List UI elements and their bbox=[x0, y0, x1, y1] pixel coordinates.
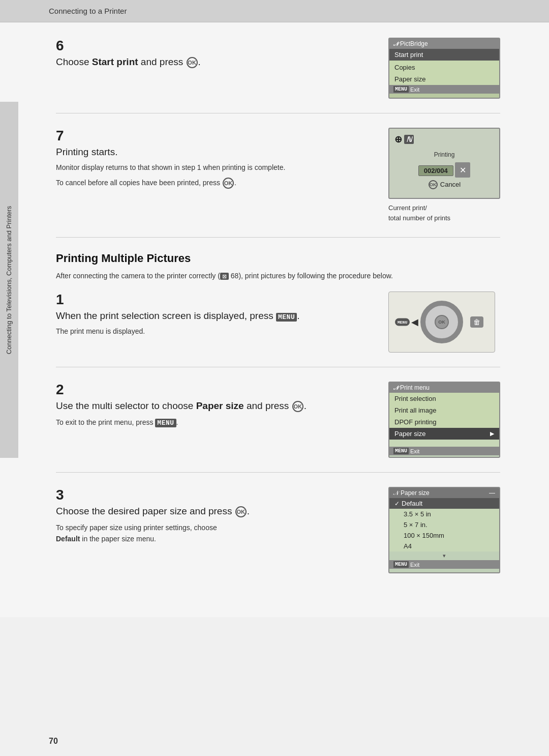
lcd-paper-size-2: Paper size ▶ bbox=[389, 428, 499, 440]
lcd-print-selection: Print selection bbox=[389, 393, 499, 404]
step-7-title: Printing starts. bbox=[56, 146, 373, 159]
dpad-area: MENU OK ◀ 🗑 bbox=[420, 301, 463, 343]
caption1: Current print/ bbox=[388, 204, 427, 212]
lcd-print-menu-title: 𝒩 Print menu bbox=[389, 383, 499, 393]
section-step-3-screen: 𝒩 Paper size — ✓ Default 3.5 × 5 in 5 × … bbox=[388, 487, 500, 573]
exit-label-3: Exit bbox=[410, 562, 419, 568]
camera-icon: ℕ bbox=[404, 135, 414, 144]
pictbridge-title-text: PictBridge bbox=[400, 40, 428, 47]
screen-caption: Current print/ total number of prints bbox=[388, 203, 500, 223]
ok-button-icon-7: OK bbox=[223, 178, 234, 189]
ok-button-icon-3: OK bbox=[235, 506, 247, 517]
check-default: ✓ bbox=[394, 500, 400, 507]
main-content: 6 Choose Start print and press OK. 𝒩 Pic… bbox=[0, 22, 549, 617]
section-step-1-subtitle: The print menu is displayed. bbox=[56, 326, 373, 337]
lcd-footer-2: MENU Exit bbox=[389, 447, 499, 455]
paper-title-dash: — bbox=[489, 489, 495, 497]
section-step-2-body: To exit to the print menu, press MENU. bbox=[56, 417, 373, 429]
step-6-number: 6 bbox=[56, 38, 64, 54]
step3-body2-suffix: in the paper size menu. bbox=[80, 535, 156, 543]
step3-body2-bold: Default bbox=[56, 535, 80, 543]
menu-btn-label: MENU bbox=[395, 318, 410, 326]
section-step-2-left: 2 Use the multi selector to choose Paper… bbox=[56, 382, 388, 428]
lcd-item-paper-size-6: Paper size bbox=[389, 73, 499, 85]
header-text: Connecting to a Printer bbox=[49, 7, 127, 15]
section-step-3-number: 3 bbox=[56, 487, 64, 503]
lcd-a4: A4 bbox=[389, 541, 499, 551]
section-step-1-screen: MENU OK ◀ 🗑 bbox=[388, 292, 500, 353]
lcd-5x7: 5 × 7 in. bbox=[389, 519, 499, 530]
section-step-3-left: 3 Choose the desired paper size and pres… bbox=[56, 487, 388, 544]
step-7-body1: Monitor display returns to that shown in… bbox=[56, 162, 373, 173]
section-step-2-screen: 𝒩 Print menu Print selection Print all i… bbox=[388, 382, 500, 458]
section-step-3-body: To specify paper size using printer sett… bbox=[56, 522, 373, 545]
caption2: total number of prints bbox=[388, 214, 450, 222]
nikon-icon-2: 𝒩 bbox=[393, 385, 398, 391]
menu-keyword-2: MENU bbox=[155, 419, 176, 427]
ok-button-icon-6: OK bbox=[187, 57, 198, 68]
step2-title-suffix: and press bbox=[244, 400, 289, 411]
lcd-footer-6: MENU Exit bbox=[389, 85, 499, 94]
section-step-3-title: Choose the desired paper size and press … bbox=[56, 505, 373, 518]
nikon-icon-3: 𝒩 bbox=[393, 489, 399, 497]
ok-cancel-icon: OK bbox=[429, 180, 438, 189]
top-icons: ⊕ ℕ bbox=[394, 134, 494, 145]
step3-title-text: Choose the desired paper size and press bbox=[56, 506, 232, 516]
step-7-body2: To cancel before all copies have been pr… bbox=[56, 177, 373, 189]
sidebar-label: Connecting to Televisions, Computers and… bbox=[0, 102, 18, 458]
dpad-center: OK bbox=[435, 315, 449, 329]
lcd-dpof: DPOF printing bbox=[389, 416, 499, 428]
step1-title-text: When the print selection screen is displ… bbox=[56, 310, 273, 321]
dpad-ring: OK bbox=[420, 301, 463, 343]
step-6-title-bold: Start print bbox=[92, 56, 138, 67]
cancel-label: Cancel bbox=[440, 181, 461, 188]
lcd-item-start-print: Start print bbox=[389, 49, 499, 61]
menu-keyword-1: MENU bbox=[276, 313, 297, 322]
step-6-left: 6 Choose Start print and press OK. bbox=[56, 38, 388, 72]
section-step-3-row: 3 Choose the desired paper size and pres… bbox=[56, 487, 500, 588]
section-step-1-title: When the print selection screen is displ… bbox=[56, 310, 373, 323]
page-ref-icon: ⊠ bbox=[220, 273, 229, 280]
lcd-spacer bbox=[389, 440, 499, 447]
exit-label-2: Exit bbox=[410, 448, 419, 454]
step2-body-text: To exit to the print menu, press bbox=[56, 418, 153, 426]
menu-label-2: MENU bbox=[393, 448, 409, 454]
print-label: Printing bbox=[394, 151, 494, 158]
section-step-1-number: 1 bbox=[56, 292, 64, 308]
print-menu-title-text: Print menu bbox=[400, 384, 430, 391]
section-step-2-row: 2 Use the multi selector to choose Paper… bbox=[56, 382, 500, 473]
arrow-indicator: ◀ bbox=[411, 316, 418, 328]
step2-title-bold: Paper size bbox=[196, 400, 244, 411]
page-number: 70 bbox=[49, 737, 58, 746]
section-step-1-left: 1 When the print selection screen is dis… bbox=[56, 292, 388, 337]
step-7-row: 7 Printing starts. Monitor display retur… bbox=[56, 128, 500, 238]
lcd-print-menu: 𝒩 Print menu Print selection Print all i… bbox=[388, 382, 500, 458]
ok-button-icon-2: OK bbox=[292, 401, 303, 412]
section-step-2-number: 2 bbox=[56, 382, 64, 398]
progress-indicator: 002/004 bbox=[418, 165, 453, 176]
step-7-body2-text: To cancel before all copies have been pr… bbox=[56, 179, 220, 187]
trash-btn: 🗑 bbox=[470, 316, 483, 328]
camera-control-diagram: MENU OK ◀ 🗑 bbox=[388, 292, 495, 353]
exit-label-6: Exit bbox=[410, 86, 419, 93]
step2-title-prefix: Use the multi selector to choose bbox=[56, 400, 196, 411]
scroll-down-arrow: ▾ bbox=[389, 551, 499, 560]
cancel-row: OK Cancel bbox=[394, 180, 494, 189]
paper-title-left: 𝒩 Paper size bbox=[393, 489, 430, 497]
lcd-pictbridge-title: 𝒩 PictBridge bbox=[389, 39, 499, 49]
sidebar-text: Connecting to Televisions, Computers and… bbox=[6, 206, 13, 354]
lcd-pictbridge: 𝒩 PictBridge Start print Copies Paper si… bbox=[388, 38, 500, 99]
step-6-screen: 𝒩 PictBridge Start print Copies Paper si… bbox=[388, 38, 500, 99]
step3-body1: To specify paper size using printer sett… bbox=[56, 524, 217, 532]
section-step-2-title: Use the multi selector to choose Paper s… bbox=[56, 400, 373, 413]
step-7-title-text: Printing starts. bbox=[56, 147, 117, 157]
step-6-row: 6 Choose Start print and press OK. 𝒩 Pic… bbox=[56, 38, 500, 113]
lcd-printing-screen: ⊕ ℕ Printing 002/004 ✕ OK Cancel bbox=[388, 128, 500, 199]
lcd-default: ✓ Default bbox=[389, 498, 499, 509]
header-bar: Connecting to a Printer bbox=[0, 0, 549, 22]
lcd-print-all: Print all image bbox=[389, 404, 499, 416]
lcd-paper-title: 𝒩 Paper size — bbox=[389, 488, 499, 498]
section-step-1-row: 1 When the print selection screen is dis… bbox=[56, 292, 500, 367]
nikon-icon-6: 𝒩 bbox=[393, 41, 398, 47]
power-icon: ⊕ bbox=[394, 134, 402, 145]
